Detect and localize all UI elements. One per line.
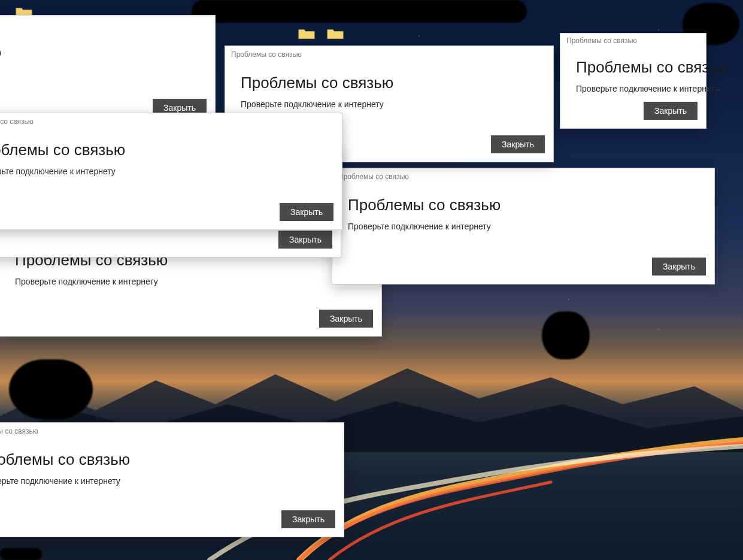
dialog-footer: Закрыть bbox=[0, 301, 381, 336]
dialog-message: Проверьте подключение к интернету bbox=[0, 167, 326, 176]
dialog-titlebar[interactable]: Проблемы со связью bbox=[225, 46, 553, 63]
connection-error-dialog[interactable]: Проблемы со связьюПроблемы со связьюПров… bbox=[0, 15, 216, 126]
dialog-title: Проблемы со связью bbox=[566, 37, 637, 45]
dialog-title: Проблемы со связью bbox=[338, 172, 409, 181]
dialog-heading: Проблемы со связью bbox=[241, 74, 538, 92]
redaction-scribble bbox=[9, 359, 93, 419]
dialog-heading: Проблемы со связью bbox=[348, 196, 699, 214]
redaction-scribble bbox=[0, 548, 42, 560]
dialog-body: Проблемы со связьюПроверьте подключение … bbox=[0, 130, 342, 195]
dialog-titlebar[interactable]: Проблемы со связью bbox=[560, 34, 706, 47]
connection-error-dialog[interactable]: Проблемы со связьюПроблемы со связьюПров… bbox=[560, 33, 706, 129]
dialog-heading: Проблемы со связью bbox=[0, 141, 326, 159]
close-button[interactable]: Закрыть bbox=[491, 135, 545, 153]
dialog-body: Проблемы со связьюПроверьте подключение … bbox=[0, 32, 215, 90]
dialog-footer: Закрыть bbox=[0, 502, 344, 537]
dialog-title: Проблемы со связью bbox=[0, 427, 38, 435]
dialog-footer: Закрыть bbox=[0, 195, 342, 229]
dialog-titlebar[interactable]: Проблемы со связью bbox=[0, 113, 342, 130]
close-button[interactable]: Закрыть bbox=[652, 258, 706, 276]
folder-icon[interactable] bbox=[326, 26, 344, 41]
dialog-message: Проверьте подключение к интернету bbox=[15, 277, 366, 286]
folder-icon[interactable] bbox=[298, 26, 316, 41]
dialog-title: Проблемы со связью bbox=[231, 50, 302, 59]
dialog-title: Проблемы со связью bbox=[0, 117, 34, 126]
dialog-message: Проверьте подключение к интернету bbox=[348, 222, 699, 231]
redaction-scribble bbox=[542, 311, 590, 359]
close-button[interactable]: Закрыть bbox=[278, 231, 332, 249]
dialog-footer: Закрыть bbox=[332, 249, 714, 284]
close-button[interactable]: Закрыть bbox=[281, 510, 335, 528]
dialog-message: Проверьте подключение к интернету bbox=[0, 476, 328, 486]
dialog-body: Проблемы со связьюПроверьте подключение … bbox=[0, 440, 344, 502]
connection-error-dialog[interactable]: Проблемы со связьюПроблемы со связьюПров… bbox=[332, 168, 715, 284]
dialog-footer: Закрыть bbox=[560, 93, 706, 128]
dialog-body: Проблемы со связьюПроверьте подключение … bbox=[560, 47, 706, 93]
close-button[interactable]: Закрыть bbox=[280, 203, 333, 221]
dialog-titlebar[interactable]: Проблемы со связью bbox=[332, 168, 714, 185]
redaction-scribble bbox=[192, 0, 527, 23]
close-button[interactable]: Закрыть bbox=[319, 310, 373, 328]
dialog-heading: Проблемы со связью bbox=[576, 58, 690, 77]
connection-error-dialog[interactable]: Проблемы со связьюПроблемы со связьюПров… bbox=[0, 422, 344, 537]
dialog-message: Проверьте подключение к интернету bbox=[0, 69, 199, 78]
dialog-heading: Проблемы со связью bbox=[0, 450, 328, 469]
dialog-heading: Проблемы со связью bbox=[0, 43, 199, 62]
close-button[interactable]: Закрыть bbox=[644, 102, 697, 120]
connection-error-dialog[interactable]: Проблемы со связьюПроблемы со связьюПров… bbox=[0, 113, 342, 230]
dialog-message: Проверьте подключение к интернету bbox=[241, 99, 538, 109]
desktop: Проблемы со связьюПроблемы со связьюПров… bbox=[0, 0, 743, 560]
dialog-titlebar[interactable]: Проблемы со связью bbox=[0, 16, 215, 32]
dialog-titlebar[interactable]: Проблемы со связью bbox=[0, 423, 344, 440]
dialog-body: Проблемы со связьюПроверьте подключение … bbox=[332, 185, 714, 249]
dialog-message: Проверьте подключение к интернету bbox=[576, 84, 690, 93]
